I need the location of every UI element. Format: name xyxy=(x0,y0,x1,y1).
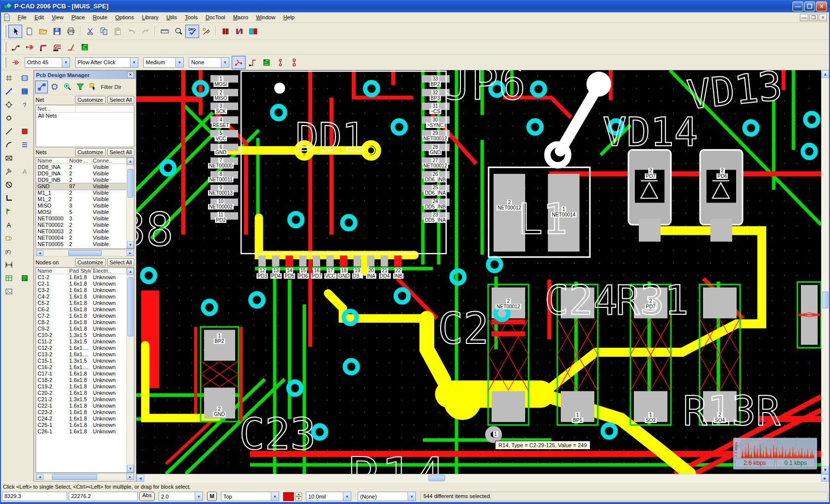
route-manual-button[interactable] xyxy=(8,41,22,54)
pin-label-bottom[interactable]: 15PD6 xyxy=(297,268,309,279)
pin-label-right[interactable]: 28GND xyxy=(429,144,442,155)
trace-width-select[interactable]: Medium▼ xyxy=(143,57,184,68)
nets-vscrollbar[interactable]: ▲ ▼ xyxy=(126,158,134,249)
node-row[interactable]: C24-21.6x1.8Unknown xyxy=(36,416,126,422)
menu-macro[interactable]: Macro xyxy=(229,13,252,21)
bend-style-button[interactable] xyxy=(246,56,259,69)
layer-color-swatch[interactable] xyxy=(283,492,294,501)
net-row[interactable]: DD9_INB2Visible xyxy=(36,177,126,183)
netlist-chip-icon[interactable] xyxy=(18,72,32,84)
node-row[interactable]: C17-11.6x1.8Unknown xyxy=(36,371,126,377)
route-miter-button[interactable] xyxy=(64,41,78,54)
net-meter-overlay[interactable]: 7.5 kbps 2.6 kbps 0.1 kbps xyxy=(733,438,817,469)
pin-label-left[interactable]: 11PD2 xyxy=(215,212,226,223)
dimension-icon[interactable] xyxy=(2,258,16,271)
node-row[interactable]: C12-21.6x1....Unknown xyxy=(36,345,126,351)
nodes-hscrollbar[interactable]: ◄► xyxy=(36,473,134,480)
pin-label-bottom[interactable]: 18GND xyxy=(337,268,350,279)
menu-file[interactable]: File xyxy=(14,13,31,21)
pin-label-left[interactable]: 3SCK xyxy=(215,103,227,114)
net-row[interactable]: NET000003Visible xyxy=(36,215,126,222)
pad-label[interactable]: 1BP2 xyxy=(214,333,225,344)
node-row[interactable]: C22-11.6x1.8Unknown xyxy=(36,403,126,409)
column-header[interactable]: Name xyxy=(36,158,68,164)
dm-nets-mode-button[interactable] xyxy=(35,81,48,93)
pin-label-bottom[interactable]: 21DD4 xyxy=(378,268,390,279)
menu-view[interactable]: View xyxy=(48,13,68,21)
pin-label-bottom[interactable]: 22INB xyxy=(393,268,404,279)
mdi-minimize-button[interactable]: — xyxy=(800,14,808,21)
node-row[interactable]: C9-21.6x1.8Unknown xyxy=(36,326,126,332)
layer-pair-button[interactable] xyxy=(246,25,260,38)
board-green-icon[interactable] xyxy=(18,272,32,284)
list-lines-icon[interactable] xyxy=(18,138,32,151)
place-text-icon[interactable]: A xyxy=(2,218,16,231)
no-entry-icon[interactable] xyxy=(2,178,16,191)
board-view-button[interactable] xyxy=(259,56,273,69)
cut-button[interactable] xyxy=(83,25,97,38)
pad-label[interactable]: 2PD7 xyxy=(645,298,656,309)
nets-hscrollbar[interactable]: ◄► xyxy=(36,250,134,256)
pin-label-left[interactable]: 7NET00000 xyxy=(208,158,234,168)
route-bus-button[interactable] xyxy=(50,41,64,54)
pin-label-left[interactable]: 5VCC xyxy=(214,130,227,141)
net-column-header[interactable]: Net... xyxy=(36,105,76,112)
pin-label-bottom[interactable]: 14PD5 xyxy=(284,268,295,279)
net-row[interactable]: MISO3Visible xyxy=(36,203,126,209)
layer-spinner[interactable]: ▲▼ xyxy=(295,492,302,501)
select-tool-button[interactable] xyxy=(8,25,22,38)
mdi-restore-button[interactable]: ❐ xyxy=(809,14,818,21)
diagonal-line-icon[interactable] xyxy=(2,85,16,97)
nodes-vscrollbar[interactable]: ▲ ▼ xyxy=(126,268,134,472)
macro-button[interactable]: M xyxy=(207,492,217,501)
dm-components-mode-button[interactable] xyxy=(48,81,61,93)
net-row[interactable]: NET000052Visible xyxy=(36,241,126,248)
place-line-icon[interactable] xyxy=(2,125,16,137)
pin-label-right[interactable]: 29NET00012 xyxy=(422,130,448,141)
abs-mode-button[interactable]: Abs xyxy=(139,492,155,501)
menu-tools[interactable]: Tools xyxy=(181,13,202,21)
via-stack2-button[interactable] xyxy=(287,56,301,69)
pad-label[interactable]: 1BP1 xyxy=(572,412,583,423)
net-customize-button[interactable]: Customize xyxy=(75,96,106,104)
layer-select[interactable]: Top▼ xyxy=(221,492,279,501)
net-row[interactable]: DD8_INA2Visible xyxy=(36,164,126,170)
net-row[interactable]: NET000022Visible xyxy=(36,222,126,228)
pin-label-left[interactable]: 4RESET xyxy=(211,117,230,128)
pin-label-left[interactable]: 6GND xyxy=(214,144,227,155)
node-row[interactable]: C8-21.6x1.8Unknown xyxy=(36,319,126,326)
node-row[interactable]: C19-21.6x1.8Unknown xyxy=(36,383,126,390)
chevron-down-icon[interactable]: ▼ xyxy=(62,58,70,67)
help-icon[interactable]: ? xyxy=(18,98,32,111)
node-row[interactable]: C5-21.6x1.8Unknown xyxy=(36,300,126,306)
node-row[interactable]: C20-21.6x1.8Unknown xyxy=(36,390,126,396)
menu-utils[interactable]: Utils xyxy=(163,13,181,21)
pin-label-right[interactable]: 24DD5_INB xyxy=(424,199,447,210)
pin-label-right[interactable]: 31~CS xyxy=(429,103,441,114)
net-row[interactable]: MOSI5Visible xyxy=(36,209,126,215)
edit-tool-icon[interactable] xyxy=(2,165,16,177)
dm-zoom-button[interactable] xyxy=(61,81,74,93)
node-row[interactable]: C10-21.3x1.5Unknown xyxy=(36,332,126,338)
chevron-down-icon[interactable]: ▼ xyxy=(130,58,138,67)
save-button[interactable] xyxy=(50,25,64,38)
column-header[interactable]: Conne.. xyxy=(91,158,126,164)
route-auto-button[interactable] xyxy=(22,41,36,54)
table-icon[interactable] xyxy=(2,272,16,284)
pin-label-right[interactable]: 26DD6_INB xyxy=(424,171,447,182)
ortho-mode-select[interactable]: Ortho 45▼ xyxy=(25,57,70,68)
x-coordinate-field[interactable]: 8329.3 xyxy=(2,492,67,501)
grid-icon[interactable] xyxy=(2,72,16,84)
pin-label-right[interactable]: 25DD6_INA xyxy=(424,185,447,196)
pin-label-right[interactable]: 33BP2 xyxy=(430,76,441,87)
pcb-canvas[interactable]: DD1JP6VD13VD14C24R31C2C23R13RL138R14 1MO… xyxy=(136,70,821,474)
picture-icon[interactable] xyxy=(2,285,16,297)
node-row[interactable]: C26-11.6x1.8Unknown xyxy=(36,428,126,435)
menu-library[interactable]: Library xyxy=(138,13,163,21)
menu-route[interactable]: Route xyxy=(89,13,111,21)
pin-label-bottom[interactable]: 12PD3 xyxy=(256,268,268,279)
pad-label[interactable]: 2GND xyxy=(213,406,226,417)
net-row[interactable]: M1_12Visible xyxy=(36,190,126,196)
nets-select-all-button[interactable]: Select All xyxy=(107,148,134,156)
drc-button[interactable]: DRC xyxy=(185,25,199,38)
